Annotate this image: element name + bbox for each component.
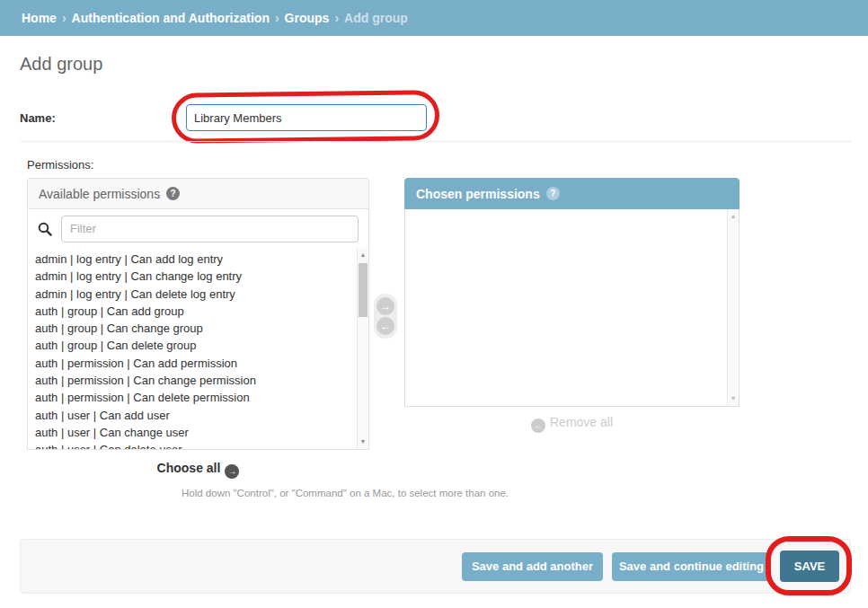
- choose-selected-icon[interactable]: →: [376, 297, 394, 315]
- chosen-permissions-header: Chosen permissions ?: [404, 178, 740, 209]
- breadcrumb-separator: ›: [62, 11, 66, 25]
- remove-selected-icon[interactable]: ←: [376, 317, 394, 335]
- permission-option[interactable]: auth | group | Can delete group: [35, 337, 354, 354]
- save-and-continue-button[interactable]: Save and continue editing: [612, 552, 771, 581]
- permission-option[interactable]: auth | user | Can change user: [35, 424, 354, 441]
- breadcrumb-separator: ›: [275, 11, 279, 25]
- submit-row: Save and add another Save and continue e…: [20, 539, 851, 594]
- search-icon: [38, 222, 52, 236]
- move-buttons-pill: → ←: [374, 294, 397, 339]
- available-permissions-title: Available permissions: [39, 179, 160, 209]
- available-permissions-box: Available permissions ? admin | log entr…: [27, 178, 369, 450]
- section-divider: [20, 141, 852, 142]
- breadcrumb-auth-link[interactable]: Authentication and Authorization: [72, 11, 270, 25]
- breadcrumb-home-link[interactable]: Home: [22, 11, 57, 25]
- scroll-up-icon[interactable]: ▲: [358, 249, 368, 261]
- available-permissions-list[interactable]: admin | log entry | Can add log entry ad…: [27, 248, 369, 450]
- save-button[interactable]: SAVE: [780, 551, 839, 582]
- breadcrumb: Home›Authentication and Authorization›Gr…: [0, 0, 868, 36]
- filter-row: [27, 209, 369, 248]
- remove-all-label: Remove all: [550, 415, 613, 429]
- scrollbar-thumb[interactable]: [359, 263, 368, 317]
- filter-input[interactable]: [61, 216, 359, 242]
- permission-option[interactable]: admin | log entry | Can add log entry: [35, 251, 354, 268]
- permission-option[interactable]: auth | user | Can add user: [35, 407, 354, 424]
- available-permissions-header: Available permissions ?: [27, 178, 369, 209]
- breadcrumb-groups-link[interactable]: Groups: [285, 11, 330, 25]
- name-label: Name:: [20, 111, 56, 125]
- permission-option[interactable]: auth | permission | Can change permissio…: [35, 372, 354, 389]
- permission-option[interactable]: auth | group | Can change group: [35, 320, 354, 337]
- permission-option[interactable]: auth | group | Can add group: [35, 303, 354, 320]
- permission-option[interactable]: auth | user | Can delete user: [35, 441, 354, 450]
- help-icon: ?: [546, 187, 560, 200]
- remove-all-arrow-icon: ←: [531, 419, 545, 433]
- page-title: Add group: [20, 54, 102, 75]
- permissions-label: Permissions:: [27, 158, 93, 172]
- save-and-add-another-button[interactable]: Save and add another: [462, 552, 603, 581]
- permission-option[interactable]: admin | log entry | Can change log entry: [35, 268, 354, 285]
- scroll-down-icon[interactable]: ▼: [728, 392, 739, 405]
- help-icon: ?: [166, 187, 180, 200]
- breadcrumb-current: Add group: [344, 11, 408, 25]
- remove-all-link[interactable]: ←Remove all: [404, 415, 740, 433]
- scroll-down-icon[interactable]: ▼: [358, 436, 368, 448]
- permission-option[interactable]: admin | log entry | Can delete log entry: [35, 286, 354, 303]
- name-input[interactable]: [186, 104, 427, 131]
- choose-all-arrow-icon: →: [225, 464, 239, 479]
- select-help-text: Hold down "Control", or "Command" on a M…: [182, 488, 509, 498]
- chosen-list-scrollbar[interactable]: ▲ ▼: [727, 209, 739, 406]
- chosen-permissions-title: Chosen permissions: [416, 179, 540, 209]
- breadcrumb-separator: ›: [334, 11, 339, 25]
- chosen-permissions-list[interactable]: ▲ ▼: [404, 209, 740, 407]
- choose-all-link[interactable]: Choose all→: [27, 461, 369, 479]
- add-group-page: Home›Authentication and Authorization›Gr…: [0, 0, 868, 608]
- permission-option[interactable]: auth | permission | Can add permission: [35, 355, 354, 372]
- available-list-scrollbar[interactable]: ▲ ▼: [357, 248, 368, 449]
- permission-option[interactable]: auth | permission | Can delete permissio…: [35, 389, 354, 406]
- scroll-up-icon[interactable]: ▲: [728, 210, 739, 223]
- choose-all-label: Choose all: [157, 461, 221, 475]
- chosen-permissions-box: Chosen permissions ? ▲ ▼: [404, 178, 740, 407]
